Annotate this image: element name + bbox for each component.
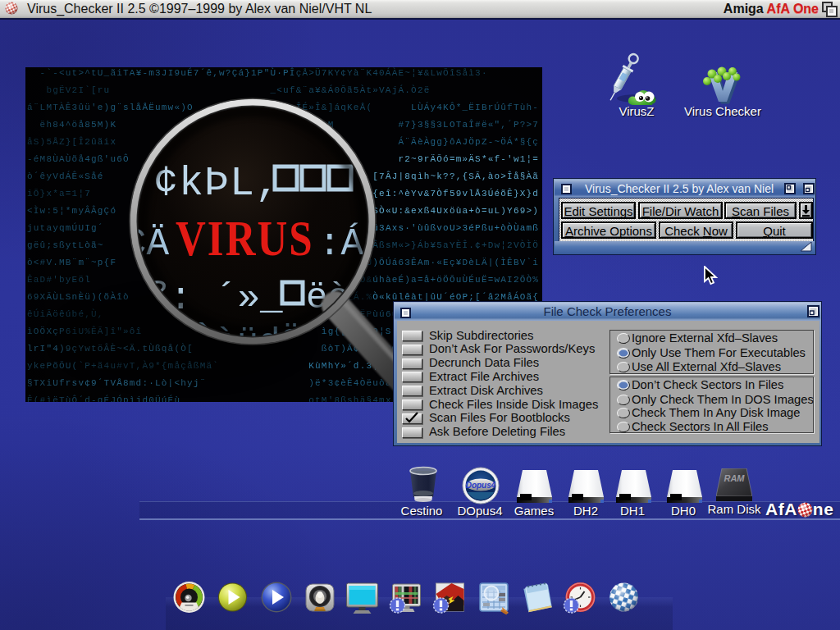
svg-text:Dopus4: Dopus4 bbox=[466, 481, 496, 490]
svg-text:RAM: RAM bbox=[724, 473, 745, 483]
svg-text:¢kÞL,: ¢kÞL, bbox=[153, 160, 281, 207]
svg-text:VIRUS: VIRUS bbox=[176, 209, 314, 266]
